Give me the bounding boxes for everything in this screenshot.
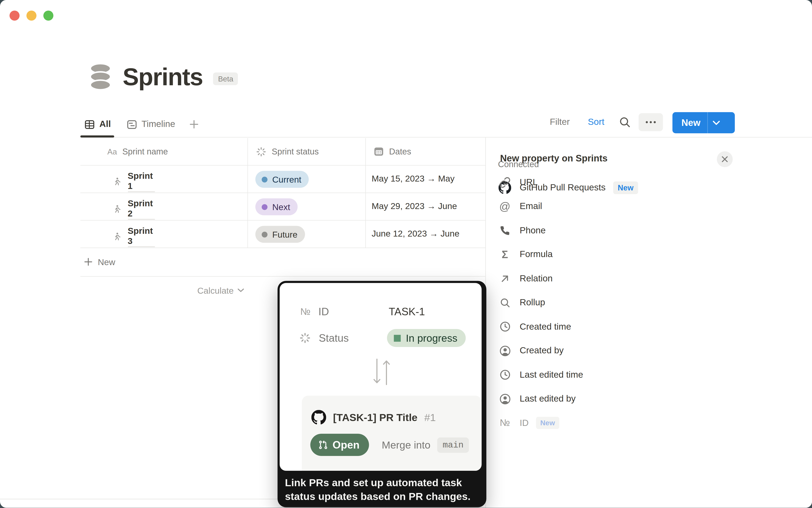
chevron-down-icon: [237, 288, 244, 293]
timeline-view-icon: [127, 119, 137, 129]
beta-badge: Beta: [213, 73, 238, 85]
property-type-email[interactable]: @ Email: [486, 195, 812, 219]
pr-title: [TASK-1] PR Title: [333, 411, 417, 424]
more-options-button[interactable]: [639, 113, 663, 131]
database-icon: [89, 62, 112, 91]
search-icon: [619, 116, 631, 129]
sprint-page-link[interactable]: Sprint 2: [128, 199, 155, 220]
sprint-status-cell[interactable]: Future: [256, 226, 305, 243]
property-type-last-edited-time[interactable]: Last edited time: [486, 363, 812, 387]
new-property-panel: New property on Sprints: [485, 137, 812, 508]
add-view-button[interactable]: [189, 119, 199, 130]
pr-title-row: [TASK-1] PR Title #1: [312, 410, 436, 425]
at-icon: @: [498, 200, 512, 213]
plus-icon: [84, 257, 93, 266]
magnifier-icon: [499, 297, 510, 308]
task-id-field: № ID TASK-1: [300, 304, 425, 319]
dates-cell[interactable]: May 29, 2023 → June: [372, 201, 485, 211]
property-type-url[interactable]: URL: [486, 170, 812, 195]
add-row-label: New: [98, 257, 116, 267]
property-type-relation[interactable]: Relation: [486, 266, 812, 291]
column-header-label: Dates: [389, 147, 411, 156]
row-divider: [80, 165, 485, 166]
status-pill-label: In progress: [406, 332, 457, 344]
property-type-rollup[interactable]: Rollup: [486, 291, 812, 315]
runner-icon: [112, 176, 121, 187]
row-divider: [80, 220, 485, 221]
github-icon: [312, 410, 326, 425]
filter-button[interactable]: Filter: [550, 117, 570, 128]
sprint-status-cell[interactable]: Next: [256, 199, 298, 215]
status-pill-label: Future: [272, 229, 298, 240]
property-type-phone[interactable]: Phone: [486, 219, 812, 243]
person-icon: [499, 393, 510, 405]
property-type-label: URL: [520, 177, 538, 188]
close-icon: [721, 156, 728, 163]
tab-timeline-label: Timeline: [141, 119, 175, 130]
panel-close-button[interactable]: [717, 151, 733, 167]
zoom-window-button[interactable]: [43, 10, 53, 21]
dates-cell[interactable]: May 15, 2023 → May: [372, 173, 485, 184]
status-pill[interactable]: Next: [256, 199, 298, 215]
status-pill-label: Current: [272, 174, 302, 184]
tab-all-label: All: [99, 119, 111, 130]
row-divider: [80, 248, 485, 248]
task-id-label: ID: [318, 305, 329, 318]
runner-icon: [112, 231, 121, 242]
sprint-status-cell[interactable]: Current: [256, 171, 309, 188]
search-button[interactable]: [619, 116, 631, 129]
window-controls: [9, 10, 53, 21]
clock-icon: [499, 370, 510, 381]
sprint-name-cell[interactable]: Sprint 3: [112, 226, 155, 247]
column-header-sprint-name[interactable]: Aa Sprint name: [107, 138, 168, 165]
sprint-page-link[interactable]: Sprint 1: [128, 171, 155, 192]
new-record-dropdown[interactable]: [708, 120, 725, 125]
row-divider: [80, 276, 485, 277]
property-type-formula[interactable]: Σ Formula: [486, 243, 812, 266]
new-record-button-label: New: [672, 117, 707, 128]
minimize-window-button[interactable]: [27, 10, 37, 21]
calculate-label: Calculate: [197, 286, 234, 296]
table-view-icon: [85, 119, 95, 129]
column-header-dates[interactable]: Dates: [374, 138, 411, 165]
person-icon: [499, 345, 510, 356]
column-header-sprint-status[interactable]: Sprint status: [256, 138, 319, 165]
property-type-label: ID: [520, 418, 529, 428]
sprint-page-link[interactable]: Sprint 3: [128, 226, 155, 247]
phone-icon: [500, 225, 510, 236]
tooltip-caption: Link PRs and set up automated task statu…: [278, 471, 487, 508]
new-record-button[interactable]: New: [672, 112, 735, 133]
property-type-label: Created time: [520, 322, 571, 332]
sort-button[interactable]: Sort: [588, 117, 604, 128]
plus-icon: [189, 119, 199, 130]
property-type-last-edited-by[interactable]: Last edited by: [486, 387, 812, 411]
property-type-id[interactable]: № ID New: [486, 411, 812, 435]
tab-timeline[interactable]: Timeline: [123, 112, 179, 136]
property-type-label: Last edited by: [520, 394, 576, 404]
sync-arrows-icon: [373, 358, 391, 386]
sprint-name-cell[interactable]: Sprint 2: [112, 199, 155, 220]
property-type-label: Relation: [520, 273, 553, 284]
tooltip-task-card: № ID TASK-1 Status: [280, 283, 482, 471]
pr-state-label: Open: [332, 439, 360, 451]
column-divider: [247, 138, 248, 248]
status-pill[interactable]: Current: [256, 171, 309, 188]
property-type-created-time[interactable]: Created time: [486, 315, 812, 339]
sigma-icon: Σ: [498, 248, 512, 261]
pr-open-badge: Open: [310, 434, 369, 456]
pr-status-row: Open Merge into main: [310, 434, 469, 456]
calculate-button[interactable]: Calculate: [127, 279, 244, 302]
add-row-button[interactable]: New: [84, 248, 115, 276]
status-pill[interactable]: Future: [256, 226, 305, 243]
close-window-button[interactable]: [9, 10, 20, 21]
sprint-name-cell[interactable]: Sprint 1: [112, 171, 155, 192]
property-type-label: Formula: [520, 249, 553, 260]
tab-all[interactable]: All: [80, 112, 115, 136]
property-type-created-by[interactable]: Created by: [486, 339, 812, 363]
task-id-value: TASK-1: [389, 305, 425, 318]
dates-cell[interactable]: June 12, 2023 → June: [372, 228, 485, 239]
active-tab-underline: [80, 135, 114, 137]
column-divider: [365, 138, 366, 248]
pull-request-icon: [318, 440, 328, 450]
view-toolbar: Filter Sort New: [544, 112, 812, 135]
